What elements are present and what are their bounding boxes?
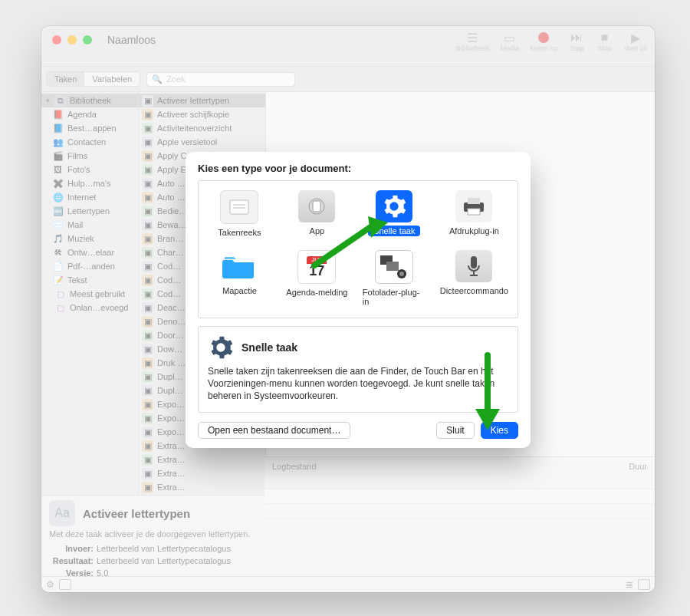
action-icon: ▣ — [142, 302, 153, 314]
info-title: Activeer lettertypen — [83, 507, 190, 520]
type-dictation-command[interactable]: Dicteercommando — [435, 247, 513, 311]
svg-rect-6 — [468, 198, 480, 204]
toolbar-stop[interactable]: ■ Stop — [596, 31, 613, 52]
dialog-buttons: Open een bestaand document… Sluit Kies — [198, 422, 518, 439]
action-icon: ▣ — [142, 206, 153, 217]
toolbar-media[interactable]: ▭ Media — [500, 31, 519, 52]
action-icon: ▣ — [142, 137, 153, 148]
svg-rect-12 — [471, 256, 477, 268]
open-existing-button[interactable]: Open een bestaand document… — [198, 422, 350, 439]
lib-item[interactable]: ✖️Hulp…ma's — [41, 176, 138, 190]
lib-item[interactable]: ✉️Mail — [41, 218, 138, 232]
gear-selected-icon — [376, 190, 412, 222]
log-header: Logbestand Duur — [264, 456, 655, 476]
action-icon: ▣ — [142, 247, 153, 259]
lib-item[interactable]: 🖼Foto's — [41, 163, 138, 176]
action-icon: ▣ — [142, 288, 153, 300]
action-icon: ▣ — [142, 427, 153, 438]
action-info-panel: Aa Activeer lettertypen Met deze taak ac… — [41, 495, 264, 577]
minimize-icon[interactable] — [67, 35, 77, 44]
search-icon: 🔍 — [152, 74, 163, 84]
disclosure-icon[interactable]: ▾ — [44, 97, 51, 104]
toolbar-library[interactable]: ☰ Bibliotheek — [455, 31, 489, 52]
action-icon: ▣ — [142, 482, 153, 493]
lib-item[interactable]: 🌐Internet — [41, 190, 138, 204]
type-grid: Takenreeks App Snelle taak Afdrukplug-in — [203, 187, 513, 311]
type-image-capture-plugin[interactable]: Fotolader-plug-in — [358, 247, 431, 311]
action-item[interactable]: ▣Activiteitenoverzicht — [139, 121, 265, 135]
action-icon: ▣ — [142, 150, 153, 162]
type-workflow[interactable]: Takenreeks — [203, 187, 276, 242]
toolbar-run[interactable]: ▶ Voer uit — [623, 31, 647, 52]
lib-item[interactable]: 🎬Films — [41, 149, 138, 163]
lib-item[interactable]: 🔤Lettertypen — [41, 204, 138, 218]
type-app[interactable]: App — [281, 187, 353, 242]
lib-item[interactable]: 👥Contacten — [41, 135, 138, 149]
contacts-icon: 👥 — [52, 137, 64, 148]
footer-bar: ⚙︎ ≣ — [41, 576, 655, 592]
list-view-icon[interactable]: ≣ — [626, 579, 633, 590]
workflow-icon — [220, 190, 258, 224]
record-icon — [535, 31, 552, 44]
toolbar-step[interactable]: ⏭ Stap — [568, 31, 585, 52]
action-icon: ▣ — [142, 454, 153, 466]
app-icon — [298, 190, 335, 222]
stop-icon: ■ — [596, 31, 613, 44]
type-quick-action[interactable]: Snelle taak — [358, 187, 431, 242]
close-icon[interactable] — [52, 35, 61, 44]
svg-rect-9 — [386, 262, 399, 271]
action-icon: ▣ — [142, 192, 153, 203]
log-label: Logbestand — [272, 462, 317, 471]
type-calendar-alarm[interactable]: JUL17 Agenda-melding — [281, 247, 353, 311]
choose-button[interactable]: Kies — [481, 422, 518, 439]
pdf-icon: 📄 — [52, 261, 64, 272]
action-item[interactable]: ▣Activeer schijfkopie — [139, 107, 265, 121]
log-toggle[interactable] — [638, 579, 650, 590]
microphone-icon — [455, 250, 492, 282]
svg-point-11 — [399, 272, 404, 276]
close-button[interactable]: Sluit — [436, 422, 474, 439]
inspector-toggle[interactable] — [59, 579, 71, 590]
action-icon: ▣ — [142, 385, 153, 397]
type-folder-action[interactable]: Mapactie — [203, 247, 276, 311]
zoom-icon[interactable] — [83, 35, 92, 44]
action-icon: ▣ — [142, 95, 153, 107]
action-item[interactable]: ▣Activeer lettertypen — [139, 94, 265, 107]
tab-variables[interactable]: Variabelen — [84, 72, 140, 86]
type-print-plugin[interactable]: Afdrukplug-in — [435, 187, 513, 242]
search-input[interactable]: 🔍 Zoek — [146, 72, 295, 87]
lib-item[interactable]: 📄Pdf-…anden — [41, 259, 138, 273]
printer-icon — [455, 190, 492, 222]
action-icon: ▣ — [142, 357, 153, 369]
action-item[interactable]: ▣Apple versietool — [139, 135, 265, 149]
action-icon: ▣ — [142, 468, 153, 479]
lib-item[interactable]: 📕Agenda — [41, 107, 138, 121]
fonts-icon: 🔤 — [52, 206, 64, 217]
lib-item[interactable]: 📘Best…appen — [41, 121, 138, 135]
svg-rect-7 — [468, 209, 480, 215]
lib-item[interactable]: 🛠Ontw…elaar — [41, 245, 138, 259]
lib-item[interactable]: 📝Tekst — [41, 273, 138, 287]
lib-group-recently-added[interactable]: ▢Onlan…evoegd — [41, 301, 138, 315]
library-icon: ⧉ — [54, 95, 66, 107]
lib-group-most-used[interactable]: ▢Meest gebruikt — [41, 287, 138, 301]
files-icon: 📘 — [52, 123, 64, 134]
desc-title: Snelle taak — [242, 341, 297, 354]
action-icon: ▣ — [142, 178, 153, 189]
lib-item[interactable]: 🎵Muziek — [41, 232, 138, 245]
window-title: Naamloos — [101, 26, 156, 46]
traffic-lights — [41, 26, 101, 44]
folder-icon — [221, 250, 258, 282]
tab-actions[interactable]: Taken — [47, 72, 84, 86]
smart-folder-icon: ▢ — [54, 302, 66, 314]
library-root[interactable]: ▾ ⧉ Bibliotheek — [41, 94, 138, 107]
action-icon: ▣ — [142, 233, 153, 245]
toolbar-record[interactable]: Neem op — [530, 31, 558, 52]
internet-icon: 🌐 — [52, 192, 64, 203]
action-item[interactable]: ▣Extra… — [139, 453, 265, 466]
gear-icon[interactable]: ⚙︎ — [46, 579, 54, 590]
gear-icon — [208, 334, 234, 361]
action-item[interactable]: ▣Extra… — [139, 480, 265, 494]
calendar-alarm-icon: JUL17 — [297, 250, 336, 284]
action-item[interactable]: ▣Extra… — [139, 466, 265, 480]
